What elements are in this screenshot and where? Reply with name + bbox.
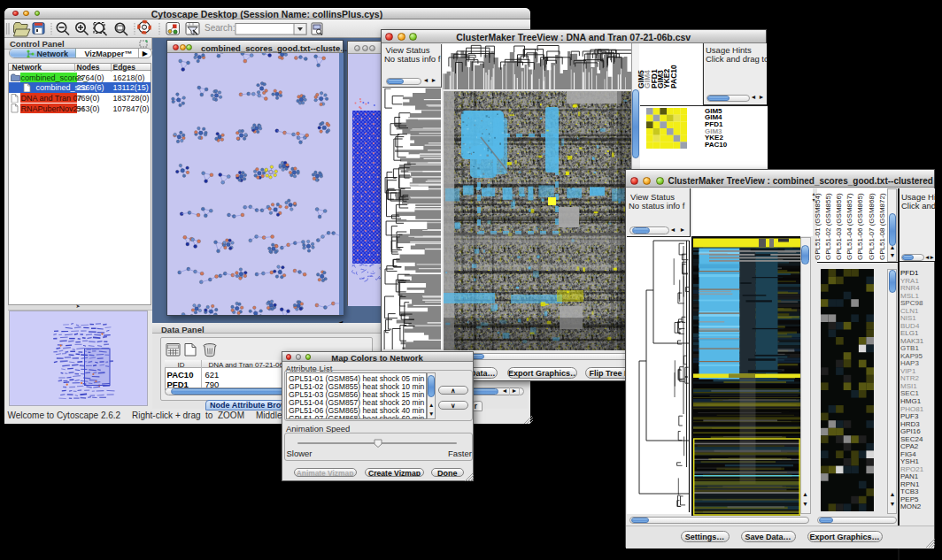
svg-text:Search:: Search: — [205, 23, 235, 33]
